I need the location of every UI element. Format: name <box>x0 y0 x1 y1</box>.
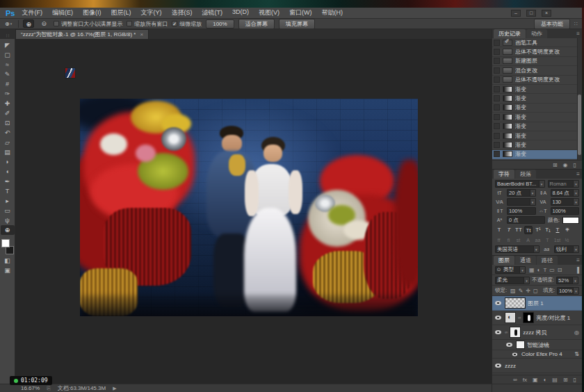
menu-item[interactable]: 文字(Y) <box>140 8 161 17</box>
menu-item[interactable]: 图层(L) <box>111 8 131 17</box>
history-step[interactable]: 渐变 <box>492 150 582 159</box>
status-zoom-level[interactable]: 16.67% <box>21 385 40 391</box>
tab-channels[interactable]: 通道 <box>515 256 536 265</box>
snapshot-icon[interactable]: ◉ <box>563 162 568 168</box>
faux-bold-button[interactable]: T <box>495 226 503 234</box>
layer-row[interactable]: 图层 1 <box>492 296 582 311</box>
layer-row[interactable]: ∞ 亮度/对比度 1 <box>492 311 582 325</box>
opentype-button[interactable]: ½ <box>563 236 571 244</box>
visibility-toggle[interactable] <box>510 352 519 357</box>
new-doc-icon[interactable]: ⊞ <box>553 162 558 168</box>
menu-item[interactable]: 3D(D) <box>232 8 249 17</box>
panel-menu-icon[interactable]: ≡ <box>576 171 580 177</box>
history-scrollbar[interactable] <box>577 38 582 160</box>
tab-paragraph[interactable]: 段落 <box>515 170 536 179</box>
tab-close-icon[interactable]: × <box>140 31 143 38</box>
chevron-down-icon[interactable]: ▾ <box>572 277 578 284</box>
layer-row[interactable]: ∞ zzzz 拷贝 ◎ <box>492 325 582 340</box>
opentype-button[interactable]: st <box>514 236 522 244</box>
tracking-select[interactable]: 130▾ <box>551 198 580 206</box>
group-icon[interactable]: ▤ <box>552 377 558 383</box>
smart-filters-row[interactable]: 智能滤镜 <box>492 340 582 350</box>
canvas[interactable] <box>15 39 492 384</box>
opentype-button[interactable]: T <box>544 236 551 244</box>
filter-toggle-icon[interactable]: ▐ <box>575 267 579 273</box>
zoom-100-button[interactable]: 100% <box>206 19 234 28</box>
faux-italic-button[interactable]: T <box>505 226 513 234</box>
pixel-filter-icon[interactable]: ▦ <box>529 267 535 273</box>
blend-mode-select[interactable]: 柔光▾ <box>495 277 530 284</box>
opentype-button[interactable]: aa <box>534 236 542 244</box>
filter-blending-icon[interactable]: ⇅ <box>574 351 579 357</box>
marquee-tool[interactable]: ▢ <box>1 50 15 60</box>
history-source-checkbox[interactable] <box>494 114 500 120</box>
checkbox-icon[interactable] <box>127 21 132 26</box>
shape-filter-icon[interactable]: ▭ <box>549 267 555 273</box>
chevron-down-icon[interactable]: ▾ <box>573 246 578 252</box>
eyedropper-tool[interactable]: ✑ <box>1 89 15 99</box>
history-source-checkbox[interactable] <box>494 133 500 139</box>
leading-select[interactable]: 8.64 点▾ <box>551 189 580 197</box>
history-source-checkbox[interactable] <box>494 58 500 64</box>
tab-character[interactable]: 字符 <box>494 170 514 179</box>
history-source-checkbox[interactable] <box>494 95 500 101</box>
kerning-select[interactable]: ▾ <box>507 198 536 206</box>
opacity-select[interactable]: 52%▾ <box>556 277 578 284</box>
history-source-checkbox[interactable] <box>494 40 500 46</box>
zoom-all-windows-option[interactable]: 缩放所有窗口 <box>127 20 168 28</box>
panel-menu-icon[interactable]: ≡ <box>576 257 580 263</box>
layer-name[interactable]: 智能滤镜 <box>527 341 581 349</box>
opentype-button[interactable]: fi <box>505 236 512 244</box>
layer-name[interactable]: zzzz <box>505 363 581 369</box>
strikethrough-button[interactable]: T <box>563 226 571 234</box>
baseline-shift-field[interactable]: 0 点 <box>507 216 545 224</box>
link-icon[interactable]: ∞ <box>513 377 517 383</box>
chevron-down-icon[interactable]: ▾ <box>524 277 529 284</box>
chevron-down-icon[interactable]: ▾ <box>573 199 578 205</box>
chevron-down-icon[interactable]: ▾ <box>530 199 535 205</box>
document-tab[interactable]: “zzzz”为智能对象-1 @ 16.7%(图层 1, RGB/8) * × <box>15 29 149 39</box>
menu-item[interactable]: 滤镜(T) <box>202 8 222 17</box>
font-style-select[interactable]: Roman▾ <box>548 180 579 188</box>
lasso-tool[interactable]: ≈ <box>1 60 15 70</box>
history-source-checkbox[interactable] <box>494 67 500 74</box>
gradient-tool[interactable]: ▤ <box>1 147 15 157</box>
foreground-color-swatch[interactable] <box>1 239 10 247</box>
zoom-in-button[interactable]: ⊕ <box>23 19 34 28</box>
history-step[interactable]: 渐变 <box>492 94 582 103</box>
opentype-button[interactable]: A <box>524 236 532 244</box>
document-image[interactable] <box>80 99 418 316</box>
layer-name[interactable]: 亮度/对比度 1 <box>536 314 581 322</box>
history-source-checkbox[interactable] <box>494 142 500 148</box>
layer-thumbnail[interactable] <box>505 297 526 309</box>
adjustment-icon[interactable]: ◐ <box>543 377 546 383</box>
history-step[interactable]: 渐变 <box>492 104 582 113</box>
history-step[interactable]: 混合更改 <box>492 66 582 75</box>
move-tool[interactable]: ◤ <box>1 40 15 50</box>
type-filter-icon[interactable]: T <box>543 267 546 273</box>
brush-tool[interactable]: ✐ <box>1 108 15 118</box>
layer-mask-thumbnail[interactable] <box>523 312 534 323</box>
history-source-checkbox[interactable] <box>494 151 500 157</box>
history-source-checkbox[interactable] <box>494 76 500 83</box>
underline-button[interactable]: T <box>553 226 562 234</box>
tab-history[interactable]: 历史记录 <box>494 29 526 38</box>
history-source-checkbox[interactable] <box>494 49 500 55</box>
healing-tool[interactable]: ✚ <box>1 99 15 108</box>
small-caps-button[interactable]: Tt <box>524 226 533 234</box>
menu-item[interactable]: 选择(S) <box>171 8 192 17</box>
history-step[interactable]: 渐变 <box>492 131 582 140</box>
checkbox-checked-icon[interactable]: ✓ <box>172 21 177 26</box>
history-brush-tool[interactable]: ↶ <box>1 128 15 138</box>
layer-name[interactable]: 图层 1 <box>528 300 581 307</box>
smart-filter-item-row[interactable]: Color Efex Pro 4 ⇅ <box>492 350 582 359</box>
menu-item[interactable]: 图像(I) <box>83 8 102 17</box>
layer-filter-select[interactable]: ⊙类型▾ <box>495 266 526 274</box>
history-source-checkbox[interactable] <box>494 104 500 111</box>
tab-actions[interactable]: 动作 <box>526 29 547 38</box>
menu-item[interactable]: 帮助(H) <box>321 8 343 17</box>
minimize-button[interactable]: – <box>511 10 521 17</box>
scrollbar-thumb[interactable] <box>578 95 581 156</box>
zoom-tool[interactable]: ⊕ <box>1 225 15 235</box>
delete-icon[interactable]: ▯ <box>574 162 576 168</box>
